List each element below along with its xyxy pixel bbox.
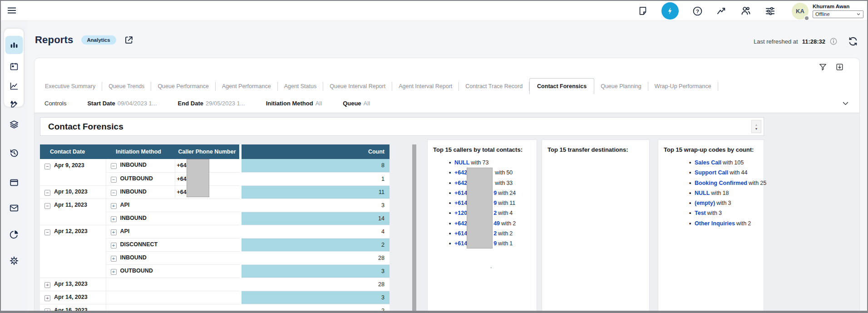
col-count: Count bbox=[242, 144, 390, 159]
table-row: +INBOUND 28 bbox=[40, 251, 390, 264]
sliders-icon[interactable] bbox=[765, 6, 775, 16]
last-refreshed-label: Last refreshed at bbox=[754, 38, 798, 45]
count-cell: 2 bbox=[242, 304, 390, 313]
collapse-toggle[interactable]: + bbox=[111, 216, 117, 222]
avatar[interactable]: KA bbox=[792, 3, 809, 20]
wrapup-link[interactable]: Sales Call bbox=[695, 159, 721, 166]
sidebar-item-messages[interactable] bbox=[5, 199, 23, 217]
panel-title: Top 15 transfer destinations: bbox=[542, 140, 649, 156]
calendar-icon bbox=[9, 62, 19, 71]
section-header: Contact Forensics ▲ ▼ bbox=[40, 117, 764, 136]
help-icon[interactable]: ? bbox=[692, 6, 703, 16]
reports-card: Executive Summary Queue Trends Queue Per… bbox=[34, 58, 860, 313]
redacted-phone-block bbox=[187, 159, 209, 197]
tab-queue-planning[interactable]: Queue Planning bbox=[594, 82, 648, 91]
layers-icon bbox=[9, 119, 19, 129]
app-window: ? KA Khurram Awan Offline bbox=[0, 0, 868, 313]
tab-contact-forensics[interactable]: Contact Forensics bbox=[529, 78, 594, 94]
wrapup-link[interactable]: (empty) bbox=[695, 200, 715, 206]
table-row: −Apr 10, 2023 −INBOUND +642 11 bbox=[40, 185, 390, 199]
collapse-toggle[interactable]: − bbox=[44, 203, 50, 209]
controls-label: Controls bbox=[44, 100, 66, 107]
tab-agent-performance[interactable]: Agent Performance bbox=[216, 82, 278, 91]
main-area: Reports Analytics Last refreshed at 11:2… bbox=[27, 21, 867, 313]
caller-link[interactable]: NULL bbox=[454, 159, 469, 166]
collapse-toggle[interactable]: + bbox=[111, 203, 117, 209]
collapse-toggle[interactable]: − bbox=[111, 177, 117, 183]
footnote-dot: . bbox=[490, 263, 492, 269]
collapse-toggle[interactable]: − bbox=[111, 190, 117, 196]
tab-agent-interval-report[interactable]: Agent Interval Report bbox=[392, 82, 459, 91]
page-title: Reports bbox=[35, 34, 74, 46]
collapse-toggle[interactable]: + bbox=[44, 282, 50, 288]
sidebar-item-analytics[interactable] bbox=[5, 77, 23, 95]
gear-icon bbox=[9, 256, 19, 266]
svg-text:?: ? bbox=[696, 8, 699, 14]
count-cell: 3 bbox=[242, 291, 390, 304]
mail-icon bbox=[9, 203, 19, 213]
collapse-toggle[interactable]: − bbox=[44, 229, 50, 235]
col-caller-phone: Caller Phone Number bbox=[175, 144, 239, 159]
sidebar-item-history[interactable] bbox=[5, 144, 23, 162]
sidebar-item-routing[interactable] bbox=[5, 115, 23, 134]
tab-queue-performance[interactable]: Queue Performance bbox=[151, 82, 216, 91]
count-cell: 28 bbox=[242, 278, 390, 291]
metrics-chart-icon[interactable] bbox=[716, 6, 727, 16]
controls-collapse-icon[interactable] bbox=[842, 99, 849, 107]
collapse-toggle[interactable]: + bbox=[111, 269, 117, 275]
table-header-row: Contact Date Initiation Method Caller Ph… bbox=[40, 144, 390, 159]
filter-start-date[interactable]: Start Date09/04/2023 1... bbox=[87, 100, 157, 107]
tab-agent-status[interactable]: Agent Status bbox=[278, 82, 324, 91]
tab-wrap-up-performance[interactable]: Wrap-Up Performance bbox=[648, 82, 718, 91]
report-tabs: Executive Summary Queue Trends Queue Per… bbox=[39, 78, 841, 94]
collapse-toggle[interactable]: + bbox=[111, 243, 117, 248]
hamburger-menu-icon[interactable] bbox=[7, 5, 17, 15]
sidebar-item-design[interactable] bbox=[5, 95, 23, 113]
status-select[interactable]: Offline bbox=[813, 10, 863, 18]
collapse-toggle[interactable]: + bbox=[44, 308, 50, 313]
sidebar-item-reports[interactable] bbox=[5, 36, 23, 54]
stepper-up-icon[interactable]: ▲ bbox=[755, 123, 758, 126]
collapse-toggle[interactable]: + bbox=[111, 229, 117, 235]
wrapup-link[interactable]: Booking Confirmed bbox=[695, 180, 747, 186]
top-bar: ? KA Khurram Awan Offline bbox=[1, 1, 867, 21]
col-contact-date: Contact Date bbox=[40, 144, 106, 159]
tab-contract-trace-record[interactable]: Contract Trace Record bbox=[459, 82, 529, 91]
user-area: KA Khurram Awan Offline bbox=[792, 3, 863, 20]
wrapup-link[interactable]: Support Call bbox=[695, 169, 728, 176]
filter-queue[interactable]: QueueAll bbox=[343, 100, 370, 107]
tab-queue-interval-report[interactable]: Queue Interval Report bbox=[323, 82, 392, 91]
info-icon[interactable] bbox=[829, 37, 838, 45]
filter-icon[interactable] bbox=[819, 63, 827, 71]
table-row: −Apr 11, 2023 +API 3 bbox=[40, 199, 390, 212]
wrapup-link[interactable]: NULL bbox=[695, 190, 710, 196]
filter-end-date[interactable]: End Date29/05/2023 1... bbox=[178, 100, 245, 107]
tab-executive-summary[interactable]: Executive Summary bbox=[39, 82, 102, 91]
lightning-icon[interactable] bbox=[661, 2, 679, 20]
filter-initiation-method[interactable]: Initiation MethodAll bbox=[266, 100, 322, 107]
table-row: −OUTBOUND +642 1 bbox=[40, 172, 390, 185]
sidebar-item-insights[interactable] bbox=[5, 225, 23, 243]
note-icon[interactable] bbox=[638, 6, 648, 16]
wrapup-item: Support Callwith44 bbox=[695, 168, 764, 178]
refresh-icon[interactable] bbox=[848, 36, 858, 46]
count-cell: 8 bbox=[242, 159, 390, 172]
users-icon[interactable] bbox=[740, 5, 751, 16]
wrapup-link[interactable]: Test bbox=[695, 210, 706, 216]
table-scrollbar[interactable] bbox=[412, 144, 416, 313]
collapse-toggle[interactable]: + bbox=[44, 295, 50, 301]
sidebar-item-settings[interactable] bbox=[5, 252, 23, 270]
collapse-toggle[interactable]: − bbox=[44, 164, 50, 169]
download-icon[interactable] bbox=[835, 63, 844, 71]
collapse-toggle[interactable]: − bbox=[111, 163, 117, 169]
sidebar-item-workspace[interactable] bbox=[5, 174, 23, 192]
collapse-toggle[interactable]: + bbox=[111, 256, 117, 262]
open-external-icon[interactable] bbox=[124, 35, 134, 45]
caller-item: NULLwith73 bbox=[454, 158, 537, 168]
stepper-down-icon[interactable]: ▼ bbox=[755, 127, 758, 130]
sidebar-item-schedule[interactable] bbox=[5, 57, 23, 75]
collapse-toggle[interactable]: − bbox=[44, 190, 50, 196]
wrapup-link[interactable]: Other Inquiries bbox=[695, 220, 735, 227]
count-cell: 3 bbox=[242, 264, 390, 278]
tab-queue-trends[interactable]: Queue Trends bbox=[102, 82, 151, 91]
